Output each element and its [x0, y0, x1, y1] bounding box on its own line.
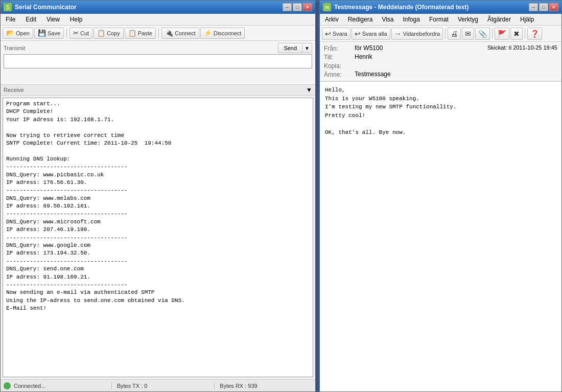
- forward-icon: →: [394, 30, 402, 38]
- email-window: ✉ Testmessage - Meddelande (Oformaterad …: [319, 0, 562, 392]
- copy-button[interactable]: 📋 Copy: [93, 28, 124, 39]
- receive-text: Program start... DHCP Complete! Your IP …: [6, 100, 310, 313]
- email-menu-arkiv[interactable]: Arkiv: [322, 15, 342, 24]
- send-button[interactable]: Send: [278, 43, 302, 53]
- transmit-scroll-area: [4, 54, 312, 82]
- help-button[interactable]: ❓: [527, 28, 542, 40]
- connect-icon: 🔌: [165, 29, 173, 37]
- copy-icon: 📋: [97, 29, 105, 37]
- email-title-bar: ✉ Testmessage - Meddelande (Oformaterad …: [320, 1, 561, 14]
- forward-button[interactable]: → Vidarebefordra: [391, 28, 443, 40]
- print-icon: 🖨: [451, 30, 458, 38]
- email-title-left: ✉ Testmessage - Meddelande (Oformaterad …: [323, 3, 469, 11]
- serial-title-text: Serial Communicator: [15, 4, 77, 11]
- connected-status: Connected...: [14, 383, 106, 389]
- email-menu-format[interactable]: Format: [426, 15, 452, 24]
- disconnect-button[interactable]: ⚡ Disconnect: [200, 28, 245, 39]
- delete-button[interactable]: ✖: [510, 28, 523, 40]
- email-minimize-button[interactable]: ─: [529, 3, 538, 11]
- subject-value: Testmessage: [355, 71, 557, 78]
- email-menu-redigera[interactable]: Redigera: [345, 15, 376, 24]
- status-div-1: [111, 382, 112, 389]
- paste-button[interactable]: 📋 Paste: [125, 28, 156, 39]
- bytes-tx-status: Bytes TX : 0: [117, 383, 209, 389]
- print-button[interactable]: 🖨: [448, 28, 461, 40]
- email-app-icon: ✉: [323, 3, 331, 11]
- email-toolbar: ↩ Svara ↩ Svara alla → Vidarebefordra 🖨 …: [320, 26, 561, 42]
- serial-menu-edit[interactable]: Edit: [22, 15, 39, 24]
- send-dropdown-button[interactable]: ▼: [302, 43, 312, 53]
- connected-indicator: [4, 382, 11, 389]
- sent-label-text: Skickat: ti 2011-10-25 19:45: [487, 44, 557, 51]
- email-maximize-button[interactable]: □: [539, 3, 548, 11]
- toolbar-sep-2: [158, 29, 159, 38]
- email-toolbar-sep-1: [445, 29, 446, 39]
- email-menu-verktyg[interactable]: Verktyg: [455, 15, 481, 24]
- serial-app-icon: S: [4, 3, 12, 11]
- email-menu-infoga[interactable]: Infoga: [400, 15, 423, 24]
- email-close-button[interactable]: ✕: [549, 3, 558, 11]
- bytes-rx-status: Bytes RX : 939: [220, 383, 312, 389]
- email-body-text: Hello, This is your W5100 speaking. I'm …: [325, 86, 556, 136]
- email-menu-atgarder[interactable]: Åtgärder: [484, 15, 514, 24]
- attachment-button[interactable]: 📎: [475, 28, 490, 40]
- cut-icon: ✂: [73, 29, 79, 37]
- serial-menu-help[interactable]: Help: [67, 15, 86, 24]
- serial-menu-file[interactable]: File: [3, 15, 18, 24]
- reply-all-icon: ↩: [355, 30, 361, 38]
- transmit-label: Transmit: [4, 45, 25, 51]
- disconnect-icon: ⚡: [204, 29, 212, 37]
- serial-menu-bar: File Edit View Help: [1, 14, 315, 26]
- cc-row: Kopia:: [324, 61, 557, 70]
- serial-status-bar: Connected... Bytes TX : 0 Bytes RX : 939: [1, 379, 315, 391]
- receive-section: Receive ▼ Program start... DHCP Complete…: [1, 85, 315, 379]
- from-value: för W5100: [355, 44, 487, 52]
- serial-close-button[interactable]: ✕: [303, 3, 312, 11]
- serial-menu-view[interactable]: View: [43, 15, 63, 24]
- email-icon: ✉: [465, 30, 471, 38]
- email-body: Hello, This is your W5100 speaking. I'm …: [320, 81, 561, 391]
- save-icon: 💾: [38, 29, 46, 37]
- serial-title-left: S Serial Communicator: [4, 3, 77, 11]
- open-icon: 📂: [6, 29, 14, 37]
- receive-dropdown-icon[interactable]: ▼: [306, 86, 312, 94]
- email-menu-bar: Arkiv Redigera Visa Infoga Format Verkty…: [320, 14, 561, 26]
- subject-row: Ämne: Testmessage: [324, 70, 557, 79]
- serial-maximize-button[interactable]: □: [293, 3, 302, 11]
- open-button[interactable]: 📂 Open: [3, 28, 33, 39]
- serial-minimize-button[interactable]: ─: [283, 3, 292, 11]
- cut-button[interactable]: ✂ Cut: [69, 28, 92, 39]
- status-div-2: [214, 382, 215, 389]
- to-label: Till:: [324, 53, 355, 61]
- reply-all-button[interactable]: ↩ Svara alla: [352, 28, 390, 40]
- connect-button[interactable]: 🔌 Connect: [161, 28, 199, 39]
- email-title-text: Testmessage - Meddelande (Oformaterad te…: [334, 4, 469, 11]
- to-row: Till: Henrik: [324, 53, 557, 61]
- cc-label: Kopia:: [324, 62, 355, 70]
- flag-icon: 🚩: [498, 30, 506, 38]
- attachment-icon: 📎: [478, 30, 487, 38]
- from-label: Från:: [324, 44, 355, 52]
- reply-button[interactable]: ↩ Svara: [322, 28, 350, 40]
- transmit-header: Transmit Send ▼: [4, 43, 312, 53]
- toolbar-sep-1: [66, 29, 67, 38]
- paste-icon: 📋: [128, 29, 136, 37]
- email-menu-hjalp[interactable]: Hjälp: [517, 15, 537, 24]
- receive-content[interactable]: Program start... DHCP Complete! Your IP …: [3, 98, 313, 377]
- email-menu-visa[interactable]: Visa: [379, 15, 396, 24]
- email-toolbar-sep-2: [492, 29, 493, 39]
- send-btn-group: Send ▼: [278, 43, 312, 53]
- transmit-section: Transmit Send ▼: [1, 41, 315, 85]
- transmit-input[interactable]: [4, 54, 312, 68]
- email-header: Från: för W5100 Skickat: ti 2011-10-25 1…: [320, 42, 561, 81]
- serial-toolbar: 📂 Open 💾 Save ✂ Cut 📋 Copy 📋 Paste 🔌 Con…: [1, 26, 315, 41]
- from-row: Från: för W5100 Skickat: ti 2011-10-25 1…: [324, 44, 557, 53]
- flag-button[interactable]: 🚩: [495, 28, 509, 40]
- to-value: Henrik: [355, 53, 557, 60]
- serial-communicator-window: S Serial Communicator ─ □ ✕ File Edit Vi…: [0, 0, 316, 392]
- help-icon: ❓: [530, 30, 539, 38]
- email-btn[interactable]: ✉: [462, 28, 474, 40]
- save-button[interactable]: 💾 Save: [34, 28, 64, 39]
- email-window-controls: ─ □ ✕: [529, 3, 558, 11]
- reply-icon: ↩: [325, 30, 331, 38]
